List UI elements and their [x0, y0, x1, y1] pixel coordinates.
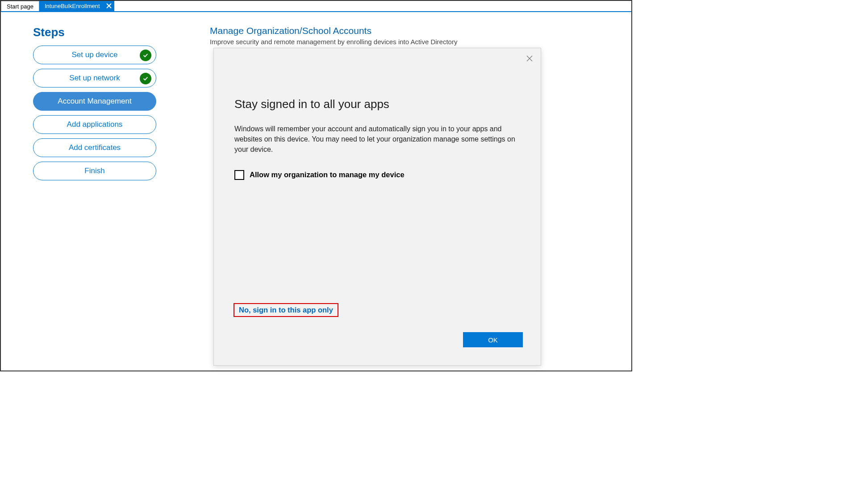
tab-intune-bulk-enrollment[interactable]: IntuneBulkEnrollment	[39, 1, 114, 11]
tab-label: Start page	[7, 3, 33, 10]
checkbox-icon[interactable]	[234, 170, 244, 180]
steps-heading: Steps	[33, 25, 163, 39]
tab-start-page[interactable]: Start page	[1, 1, 39, 11]
page-title: Manage Organization/School Accounts	[210, 25, 549, 36]
step-label: Set up device	[71, 50, 117, 59]
tab-bar: Start page IntuneBulkEnrollment	[1, 1, 631, 12]
step-add-applications[interactable]: Add applications	[33, 115, 156, 134]
allow-manage-checkbox[interactable]: Allow my organization to manage my devic…	[234, 170, 520, 180]
checkbox-label: Allow my organization to manage my devic…	[250, 171, 405, 179]
step-label: Add certificates	[69, 143, 121, 152]
stay-signed-in-dialog: Stay signed in to all your apps Windows …	[213, 48, 541, 366]
step-finish[interactable]: Finish	[33, 162, 156, 180]
step-label: Account Management	[58, 97, 131, 106]
step-label: Set up network	[69, 74, 120, 83]
tab-label: IntuneBulkEnrollment	[45, 3, 100, 9]
step-setup-network[interactable]: Set up network	[33, 69, 156, 87]
close-icon[interactable]	[526, 54, 534, 62]
steps-sidebar: Steps Set up device Set up network Accou…	[33, 25, 163, 185]
step-account-management[interactable]: Account Management	[33, 92, 156, 111]
step-label: Add applications	[67, 120, 123, 129]
dialog-body-text: Windows will remember your account and a…	[234, 124, 520, 155]
dialog-title: Stay signed in to all your apps	[234, 97, 520, 111]
close-icon[interactable]	[106, 3, 112, 10]
checkmark-icon	[140, 50, 151, 61]
step-label: Finish	[84, 167, 104, 175]
ok-button[interactable]: OK	[463, 332, 523, 347]
checkmark-icon	[140, 73, 151, 84]
sign-in-this-app-only-link[interactable]: No, sign in to this app only	[234, 303, 338, 317]
step-add-certificates[interactable]: Add certificates	[33, 138, 156, 157]
page-subtitle: Improve security and remote management b…	[210, 38, 549, 46]
step-setup-device[interactable]: Set up device	[33, 46, 156, 64]
